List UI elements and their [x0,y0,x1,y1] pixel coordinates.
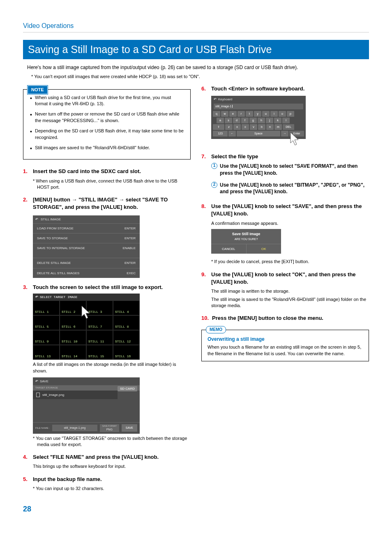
step-8-note: * If you decide to cancel, press the [EX… [211,259,369,265]
step-5-note: * You can input up to 32 characters. [33,486,191,492]
step-1-note: * When using a USB flash drive, connect … [33,178,191,191]
still-image-menu-figure: ↶STILL IMAGE LOAD FROM STORAGEENTER SAVE… [33,215,140,278]
step-9-caption-1: The still image is written to the storag… [211,288,369,294]
memo-title: Overwriting a still image [208,336,363,343]
back-icon: ↶ [35,379,38,384]
step-4: 4. Select "FILE NAME" and press the [VAL… [23,453,191,461]
step-7-sub-2: 2Use the [VALUE] knob to select "BITMAP"… [211,182,369,196]
step-8: 8. Use the [VALUE] knob to select "SAVE"… [201,203,369,217]
step-7-sub-1: 1Use the [VALUE] knob to select "SAVE FO… [211,163,369,177]
step-3-caption: A list of the still images on the storag… [33,361,191,374]
save-panel-figure: ↶SAVE TARGET STORAGESD CARD still_image.… [33,377,140,434]
note-item: Still images are saved to the "Roland/VR… [29,145,184,151]
memo-label: MEMO [206,326,226,333]
intro-footnote: * You can't export still images that wer… [31,74,369,80]
document-icon [36,393,40,397]
note-box: NOTE When using a SD card or USB flash d… [23,89,191,160]
step-3: 3. Touch the screen to select the still … [23,284,191,291]
note-item: Depending on the SD card or USB flash dr… [29,128,184,141]
back-icon: ↶ [214,97,217,102]
step-5: 5. Input the backup file name. [23,476,191,483]
back-icon: ↶ [35,217,38,222]
confirm-dialog-figure: Save Still Image ARE YOU SURE? CANCEL OK [211,229,281,254]
step-9: 9. Use the [VALUE] knob to select "OK", … [201,271,369,286]
back-icon: ↶ [35,295,38,299]
memo-box: MEMO Overwriting a still image When you … [201,330,369,362]
note-label: NOTE [28,86,48,94]
page-title: Saving a Still Image to a SD Card or USB… [23,40,369,59]
cursor-icon [288,132,301,147]
memo-body: When you touch a filename for an existin… [208,344,363,357]
keyboard-figure: ↶Keyboard still_image-1 qwertyuiop asdfg… [211,96,306,139]
step-8-caption: A confirmation message appears. [211,220,369,227]
select-target-grid-figure: ↶SELECT TARGET IMAGE STILL 1STILL 2STILL… [33,294,140,360]
intro-text: Here's how a still image captured from t… [27,64,369,71]
step-1: 1. Insert the SD card into the SDXC card… [23,168,191,175]
step-4-caption: This brings up the software keyboard for… [33,463,191,469]
note-item: Never turn off the power or remove the S… [29,111,184,124]
step-10: 10. Press the [MENU] button to close the… [201,314,369,322]
step-2: 2. [MENU] button → "STILL IMAGE" → selec… [23,196,191,211]
page-number: 28 [23,504,369,514]
step-6: 6. Touch <Enter> in software keyboard. [201,85,369,92]
step-7: 7. Select the file type [201,153,369,160]
step-3-note: * You can use "TARGET STORAGE" onscreen … [33,435,191,448]
breadcrumb: Video Operations [23,21,369,32]
note-item: When using a SD card or USB flash drive … [29,95,184,107]
step-9-caption-2: The still image is saved to the "Roland/… [211,296,369,309]
